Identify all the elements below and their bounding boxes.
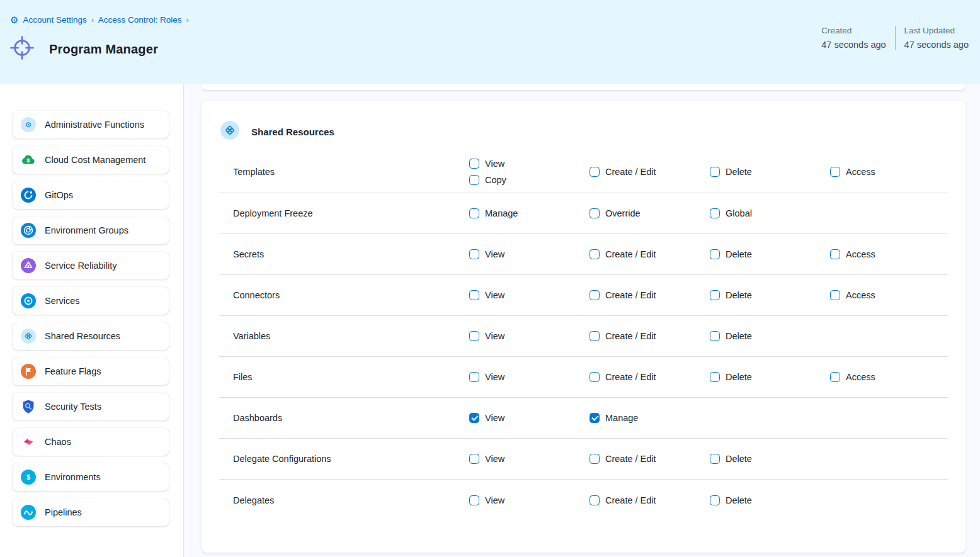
permission-option: Delete — [710, 495, 830, 505]
checkbox-files-access[interactable] — [830, 372, 840, 382]
checkbox-templates-copy[interactable] — [469, 175, 479, 185]
permission-label: Access — [846, 290, 875, 300]
permission-label: Create / Edit — [605, 290, 656, 300]
resource-label: Delegate Configurations — [233, 454, 469, 464]
sidebar-item-administrative-functions[interactable]: ⚙Administrative Functions — [13, 111, 169, 138]
checkbox-deployment-freeze-global[interactable] — [710, 208, 720, 218]
checkbox-templates-view[interactable] — [469, 159, 479, 169]
svg-text:$: $ — [26, 473, 30, 481]
checkbox-files-view[interactable] — [469, 372, 479, 382]
permission-cell: Override — [590, 201, 710, 226]
services-icon — [21, 293, 36, 308]
checkbox-secrets-view[interactable] — [469, 249, 479, 259]
checkbox-secrets-delete[interactable] — [710, 249, 720, 259]
sidebar-item-shared-resources[interactable]: Shared Resources — [13, 322, 169, 350]
permission-label: View — [485, 454, 504, 464]
checkbox-delegates-delete[interactable] — [710, 495, 720, 505]
checkbox-dashboards-manage[interactable] — [590, 413, 600, 423]
permission-row-variables: VariablesViewCreate / EditDelete — [219, 316, 948, 357]
checkbox-connectors-create-edit[interactable] — [590, 290, 600, 300]
permission-cell: Create / Edit — [590, 283, 710, 308]
gear-icon: ⚙ — [10, 15, 18, 25]
permission-option: View — [469, 331, 590, 341]
breadcrumb-account-settings[interactable]: Account Settings — [23, 15, 86, 25]
permission-option: Delete — [710, 372, 830, 382]
permission-row-templates: TemplatesViewCopyCreate / EditDeleteAcce… — [219, 151, 948, 193]
permission-cell: Create / Edit — [590, 242, 710, 267]
resource-label: Dashboards — [233, 413, 469, 423]
permission-cell: Manage — [469, 201, 590, 226]
breadcrumb: ⚙ Account Settings › Access Control: Rol… — [10, 15, 189, 25]
permission-label: Create / Edit — [605, 372, 656, 382]
permission-option: Create / Edit — [590, 331, 710, 341]
page-title: Program Manager — [49, 42, 158, 57]
svg-text:$: $ — [26, 157, 30, 164]
checkbox-delegate-configurations-view[interactable] — [469, 454, 479, 464]
last-updated-meta: Last Updated 47 seconds ago — [896, 26, 977, 50]
checkbox-templates-create-edit[interactable] — [590, 167, 600, 177]
created-value: 47 seconds ago — [821, 40, 886, 50]
role-meta: Created 47 seconds ago Last Updated 47 s… — [812, 26, 977, 50]
checkbox-deployment-freeze-override[interactable] — [590, 208, 600, 218]
checkbox-connectors-view[interactable] — [469, 290, 479, 300]
sidebar-item-feature-flags[interactable]: Feature Flags — [13, 357, 169, 385]
checkbox-files-delete[interactable] — [710, 372, 720, 382]
checkbox-templates-access[interactable] — [830, 167, 840, 177]
checkbox-secrets-access[interactable] — [830, 249, 840, 259]
previous-card-edge — [202, 84, 966, 90]
sidebar-item-security-tests[interactable]: Security Tests — [13, 393, 169, 420]
permission-cell: ViewCopy — [469, 151, 590, 193]
checkbox-connectors-delete[interactable] — [710, 290, 720, 300]
permission-label: Create / Edit — [605, 331, 656, 341]
permission-cell: Create / Edit — [590, 488, 710, 513]
checkbox-variables-delete[interactable] — [710, 331, 720, 341]
permission-option: View — [469, 454, 590, 464]
permission-option: Override — [590, 208, 710, 218]
resource-label: Deployment Freeze — [233, 208, 469, 218]
permission-cell: Create / Edit — [590, 446, 710, 471]
permission-row-connectors: ConnectorsViewCreate / EditDeleteAccess — [219, 275, 948, 316]
cloud-cost-icon: $ — [21, 152, 36, 167]
checkbox-variables-create-edit[interactable] — [590, 331, 600, 341]
checkbox-templates-delete[interactable] — [710, 167, 720, 177]
permission-cell: Manage — [590, 405, 710, 430]
sidebar-item-service-reliability[interactable]: Service Reliability — [13, 252, 169, 279]
checkbox-dashboards-view[interactable] — [469, 413, 479, 423]
breadcrumb-access-control-roles[interactable]: Access Control: Roles — [98, 15, 182, 25]
permission-cell: Access — [830, 242, 950, 267]
sidebar-item-cloud-cost-management[interactable]: $Cloud Cost Management — [13, 146, 169, 174]
sidebar-item-chaos[interactable]: Chaos — [13, 428, 169, 456]
checkbox-variables-view[interactable] — [469, 331, 479, 341]
created-label: Created — [821, 26, 886, 35]
resource-label: Connectors — [233, 290, 469, 300]
permission-label: Delete — [726, 372, 752, 382]
checkbox-secrets-create-edit[interactable] — [590, 249, 600, 259]
permission-cell: Delete — [710, 446, 830, 471]
shared-resources-section-icon — [220, 121, 239, 142]
page-header: ⚙ Account Settings › Access Control: Rol… — [0, 0, 980, 84]
checkbox-connectors-access[interactable] — [830, 290, 840, 300]
created-meta: Created 47 seconds ago — [812, 26, 895, 50]
sidebar-item-services[interactable]: Services — [13, 287, 169, 315]
sidebar-item-pipelines[interactable]: Pipelines — [13, 498, 169, 526]
sidebar-item-environment-groups[interactable]: Environment Groups — [13, 217, 169, 244]
permission-label: Access — [846, 372, 875, 382]
permission-cell: View — [469, 364, 590, 390]
admin-functions-icon: ⚙ — [21, 117, 36, 132]
permission-option: Create / Edit — [590, 290, 710, 300]
sidebar-item-gitops[interactable]: GitOps — [13, 181, 169, 209]
permission-option: Copy — [469, 175, 590, 185]
permission-option: View — [469, 290, 590, 300]
permission-option: Delete — [710, 167, 830, 177]
checkbox-delegate-configurations-create-edit[interactable] — [590, 454, 600, 464]
checkbox-delegates-create-edit[interactable] — [590, 495, 600, 505]
permission-cell: Access — [830, 283, 950, 308]
permission-label: Access — [846, 167, 875, 177]
checkbox-delegates-view[interactable] — [469, 495, 479, 505]
checkbox-files-create-edit[interactable] — [590, 372, 600, 382]
checkbox-delegate-configurations-delete[interactable] — [710, 454, 720, 464]
checkbox-deployment-freeze-manage[interactable] — [469, 208, 479, 218]
environments-icon: $ — [21, 470, 36, 485]
feature-flags-icon — [21, 364, 36, 379]
sidebar-item-environments[interactable]: $Environments — [13, 463, 169, 491]
